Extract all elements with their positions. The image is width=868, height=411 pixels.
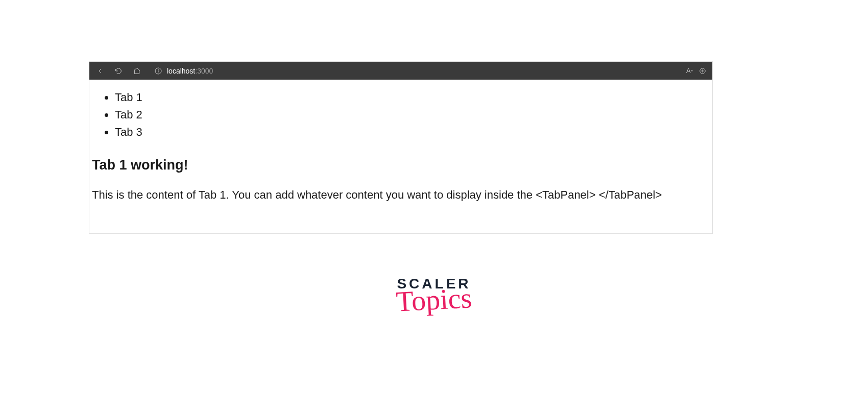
tab-item-1[interactable]: Tab 1 — [115, 89, 707, 106]
tab-heading: Tab 1 working! — [92, 157, 707, 173]
home-icon[interactable] — [132, 66, 141, 76]
scaler-topics-logo: SCALER Topics — [396, 276, 472, 312]
add-tab-icon[interactable] — [699, 67, 706, 75]
back-icon[interactable] — [95, 66, 105, 76]
tab-item-3[interactable]: Tab 3 — [115, 124, 707, 141]
tab-content-text: This is the content of Tab 1. You can ad… — [92, 187, 707, 203]
info-icon[interactable] — [154, 66, 163, 76]
url-port: :3000 — [195, 67, 213, 75]
url-host: localhost — [167, 67, 195, 75]
page-content: Tab 1 Tab 2 Tab 3 Tab 1 working! This is… — [89, 80, 712, 233]
address-bar[interactable]: localhost:3000 — [154, 66, 213, 76]
svg-point-2 — [158, 69, 159, 69]
tab-list: Tab 1 Tab 2 Tab 3 — [115, 89, 707, 141]
browser-toolbar: localhost:3000 A» — [89, 62, 712, 80]
refresh-icon[interactable] — [114, 66, 123, 76]
toolbar-right: A» — [686, 67, 706, 75]
browser-window: localhost:3000 A» Tab 1 Tab 2 Tab 3 Tab … — [89, 61, 713, 234]
read-aloud-icon[interactable]: A» — [686, 67, 693, 75]
logo-line2: Topics — [396, 285, 473, 315]
url-text: localhost:3000 — [167, 66, 213, 76]
tab-item-2[interactable]: Tab 2 — [115, 106, 707, 124]
